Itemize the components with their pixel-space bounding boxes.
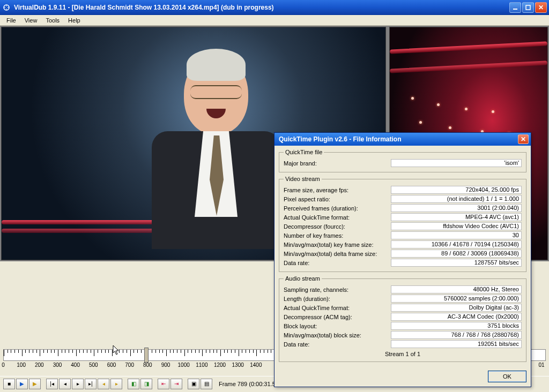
menu-tools[interactable]: Tools: [41, 16, 64, 25]
maximize-button[interactable]: [522, 2, 534, 13]
menu-view[interactable]: View: [20, 16, 42, 25]
group-legend: Video stream: [284, 176, 322, 182]
menu-help[interactable]: Help: [64, 16, 85, 25]
ruler-label: 01: [538, 362, 544, 368]
video-content: [146, 54, 286, 258]
play-output-button[interactable]: ▶: [29, 379, 41, 389]
main-titlebar: VirtualDub 1.9.11 - [Die Harald Schmidt …: [0, 0, 549, 15]
field-value: ffdshow Video Codec (AVC1): [391, 222, 522, 230]
field-label: Data rate:: [284, 341, 391, 348]
file-information-dialog: QuickTime Plugin v2.6 - File Information…: [274, 132, 531, 387]
field-value: 768 / 768 / 768 (2880768): [391, 331, 522, 339]
ruler-label: 1000: [178, 362, 190, 368]
ruler-label: 600: [107, 362, 116, 368]
ruler-label: 800: [143, 362, 152, 368]
mark-in-button[interactable]: ⇤: [158, 379, 169, 389]
menu-file[interactable]: File: [2, 16, 20, 25]
ruler-label: 1400: [250, 362, 262, 368]
field-value: 3001 (2:00.040): [391, 204, 522, 212]
window-title: VirtualDub 1.9.11 - [Die Harald Schmidt …: [14, 4, 509, 11]
scene-next-button[interactable]: ◨: [140, 379, 152, 389]
field-value: 89 / 6082 / 30069 (18069438): [391, 250, 522, 258]
field-value: 192051 bits/sec: [391, 340, 522, 348]
ruler-label: 1200: [214, 362, 226, 368]
field-label: Length (duration):: [284, 296, 391, 302]
key-next-button[interactable]: ▸: [110, 379, 122, 389]
field-label: Major brand:: [284, 160, 391, 167]
field-value: 5760002 samples (2:00.000): [391, 295, 522, 303]
dialog-titlebar[interactable]: QuickTime Plugin v2.6 - File Information…: [274, 133, 531, 146]
field-label: Decompressor (ACM tag):: [284, 314, 391, 320]
dialog-title: QuickTime Plugin v2.6 - File Information: [277, 135, 518, 143]
group-legend: Audio stream: [284, 275, 322, 282]
play-input-button[interactable]: ▶: [16, 379, 28, 389]
key-prev-button[interactable]: ◂: [98, 379, 109, 389]
extra-button-1[interactable]: ▣: [188, 379, 199, 389]
field-label: Min/avg/max(total) delta frame size:: [284, 251, 391, 257]
field-value: 1287557 bits/sec: [391, 259, 522, 267]
ruler-label: 700: [125, 362, 134, 368]
goto-end-button[interactable]: ▸|: [85, 379, 97, 389]
field-value: 720x404, 25.000 fps: [391, 186, 522, 194]
field-label: Number of key frames:: [284, 232, 391, 239]
stream-footer: Stream 1 of 1: [284, 351, 522, 357]
field-label: Data rate:: [284, 260, 391, 266]
field-label: Perceived frames (duration):: [284, 205, 391, 212]
stop-button[interactable]: ■: [3, 379, 15, 389]
field-value: Dolby Digital (ac-3): [391, 304, 522, 312]
field-value: 'isom': [391, 159, 522, 167]
field-value: (not indicated) 1 / 1 = 1.000: [391, 195, 522, 203]
field-label: Decompressor (fourcc):: [284, 223, 391, 230]
field-value: 30: [391, 231, 522, 239]
mark-out-button[interactable]: ⇥: [170, 379, 182, 389]
playhead[interactable]: [144, 348, 149, 363]
field-label: Block layout:: [284, 323, 391, 329]
field-label: Min/avg/max(total) key frame size:: [284, 242, 391, 248]
ruler-label: 1100: [196, 362, 207, 368]
ruler-label: 400: [71, 362, 80, 368]
step-back-button[interactable]: ◂: [59, 379, 71, 389]
field-label: Actual QuickTime format:: [284, 305, 391, 311]
field-label: Frame size, average fps:: [284, 187, 391, 193]
ruler-label: 0: [2, 362, 5, 368]
step-forward-button[interactable]: ▸: [72, 379, 84, 389]
field-value: 48000 Hz, Stereo: [391, 285, 522, 293]
dialog-close-button[interactable]: ✕: [518, 134, 529, 144]
field-value: 3751 blocks: [391, 322, 522, 330]
video-stream-group: Video stream Frame size, average fps:720…: [279, 176, 526, 272]
field-value: 10366 / 41678 / 70194 (1250348): [391, 240, 522, 248]
field-label: Actual QuickTime format:: [284, 214, 391, 221]
ruler-label: 500: [89, 362, 98, 368]
ruler-label: 1300: [232, 362, 244, 368]
field-value: AC-3 ACM Codec (0x2000): [391, 313, 522, 321]
quicktime-file-group: QuickTime file Major brand: 'isom': [279, 149, 526, 172]
mouse-cursor-icon: [113, 345, 120, 356]
svg-rect-1: [513, 9, 517, 10]
ruler-label: 300: [53, 362, 62, 368]
svg-rect-2: [526, 5, 530, 10]
ruler-label: 900: [161, 362, 170, 368]
ok-button[interactable]: OK: [488, 371, 526, 382]
audio-stream-group: Audio stream Sampling rate, channels:480…: [279, 275, 526, 362]
scene-prev-button[interactable]: ◧: [128, 379, 139, 389]
field-label: Pixel aspect ratio:: [284, 196, 391, 202]
minimize-button[interactable]: [509, 2, 521, 13]
ruler-label: 200: [35, 362, 44, 368]
field-label: Min/avg/max(total) block size:: [284, 332, 391, 338]
group-legend: QuickTime file: [284, 149, 324, 155]
app-icon: [2, 3, 11, 12]
menubar: File View Tools Help: [0, 15, 549, 26]
goto-start-button[interactable]: |◂: [46, 379, 58, 389]
field-value: MPEG-4 AVC (avc1): [391, 213, 522, 221]
close-button[interactable]: ✕: [535, 2, 547, 13]
extra-button-2[interactable]: ▤: [201, 379, 212, 389]
field-label: Sampling rate, channels:: [284, 287, 391, 293]
ruler-label: 100: [17, 362, 26, 368]
